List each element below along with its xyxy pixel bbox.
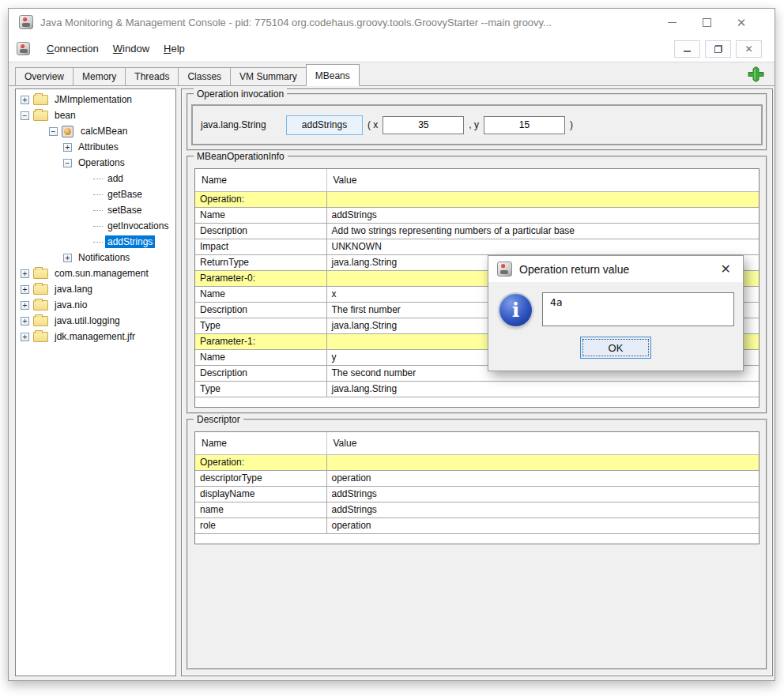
- maximize-icon[interactable]: [689, 10, 724, 34]
- expand-icon[interactable]: +: [21, 96, 29, 104]
- tree-item-attributes[interactable]: +Attributes: [16, 139, 175, 155]
- cell-name: displayName: [195, 486, 326, 502]
- column-header-name[interactable]: Name: [195, 169, 326, 191]
- operation-invocation-row: java.lang.String addStrings ( x , y ): [191, 104, 763, 145]
- tree-item-label: com.sun.management: [52, 267, 151, 280]
- tree-item-jdk-management-jfr[interactable]: +jdk.management.jfr: [16, 329, 175, 344]
- tree-item-jmimplementation[interactable]: +JMImplementation: [16, 92, 175, 107]
- cell-value: java.lang.String: [326, 381, 759, 397]
- cell-name: Parameter-1:: [195, 333, 326, 349]
- tree-connector: [93, 194, 103, 195]
- expand-icon[interactable]: +: [63, 254, 72, 262]
- folder-icon: [33, 300, 48, 310]
- tree-item-add[interactable]: add: [16, 171, 175, 186]
- column-header-name[interactable]: Name: [195, 432, 326, 454]
- folder-icon: [33, 111, 48, 121]
- table-row[interactable]: nameaddStrings: [195, 502, 759, 517]
- cell-name: Description: [195, 365, 326, 381]
- ok-button[interactable]: OK: [580, 337, 651, 359]
- descriptor-table: Name Value Operation:descriptorTypeopera…: [194, 431, 760, 544]
- cell-name: descriptorType: [195, 470, 326, 486]
- tree-item-java-util-logging[interactable]: +java.util.logging: [16, 313, 175, 329]
- tree-item-java-lang[interactable]: +java.lang: [16, 281, 175, 297]
- column-header-value[interactable]: Value: [326, 432, 759, 454]
- table-row[interactable]: displayNameaddStrings: [195, 486, 759, 502]
- dialog-close-icon[interactable]: ✕: [718, 262, 734, 277]
- cell-value: UNKNOWN: [326, 239, 759, 254]
- tree-item-label: Operations: [76, 156, 127, 169]
- collapse-icon[interactable]: −: [21, 111, 29, 120]
- close-icon[interactable]: ✕: [724, 10, 759, 34]
- expand-icon[interactable]: +: [21, 285, 29, 294]
- tab-overview[interactable]: Overview: [15, 67, 74, 85]
- tree-connector: [93, 179, 103, 179]
- tree-item-label: java.util.logging: [52, 314, 122, 327]
- cell-name: name: [195, 502, 326, 517]
- frame-minimize-icon[interactable]: [674, 40, 700, 58]
- minimize-icon[interactable]: [654, 10, 689, 34]
- param-x-input[interactable]: [383, 116, 464, 134]
- expand-icon[interactable]: +: [21, 333, 29, 341]
- tree-item-addstrings[interactable]: addStrings: [16, 234, 175, 250]
- cell-name: Impact: [195, 239, 326, 254]
- tree-item-com-sun-management[interactable]: +com.sun.management: [16, 265, 175, 281]
- tab-mbeans[interactable]: MBeans: [306, 64, 360, 86]
- tree-item-operations[interactable]: −Operations: [16, 155, 175, 171]
- cell-name: Name: [195, 207, 326, 223]
- cell-name: Type: [195, 381, 326, 397]
- tree-item-java-nio[interactable]: +java.nio: [16, 297, 175, 313]
- menu-window[interactable]: Window: [106, 40, 156, 58]
- group-title: MBeanOperationInfo: [194, 151, 288, 162]
- tree-item-label: calcMBean: [78, 125, 130, 137]
- tree-item-label: getInvocations: [105, 220, 171, 232]
- table-row[interactable]: NameaddStrings: [195, 207, 759, 223]
- tab-memory[interactable]: Memory: [73, 67, 126, 85]
- table-row[interactable]: Operation:: [195, 454, 759, 470]
- tree-item-label: Attributes: [76, 141, 121, 153]
- window-title: Java Monitoring & Management Console - p…: [40, 17, 654, 28]
- tree-item-getinvocations[interactable]: getInvocations: [16, 218, 175, 234]
- tree-item-bean[interactable]: −bean: [16, 107, 175, 123]
- cell-value: [326, 454, 759, 470]
- column-header-value[interactable]: Value: [326, 169, 759, 191]
- group-title: Descriptor: [194, 414, 243, 425]
- tree-item-setbase[interactable]: setBase: [16, 202, 175, 218]
- table-row[interactable]: Operation:: [195, 191, 759, 207]
- tab-classes[interactable]: Classes: [178, 67, 231, 85]
- cell-name: Operation:: [195, 191, 326, 207]
- internal-frame-controls: ✕: [674, 40, 762, 58]
- expand-icon[interactable]: +: [21, 269, 29, 278]
- folder-icon: [33, 269, 48, 279]
- expand-icon[interactable]: +: [21, 301, 29, 310]
- expand-icon[interactable]: +: [63, 143, 72, 152]
- addstrings-invoke-button[interactable]: addStrings: [286, 115, 363, 135]
- table-row[interactable]: roleoperation: [195, 517, 759, 533]
- tab-vm-summary[interactable]: VM Summary: [230, 67, 307, 85]
- tree-connector: [93, 242, 103, 243]
- frame-close-icon[interactable]: ✕: [736, 40, 762, 58]
- tree-item-calcmbean[interactable]: −calcMBean: [16, 123, 175, 139]
- return-value-field[interactable]: 4a: [542, 292, 734, 326]
- frame-restore-icon[interactable]: [705, 40, 731, 58]
- table-row[interactable]: Typejava.lang.String: [195, 381, 759, 397]
- param-y-input[interactable]: [484, 116, 565, 134]
- cell-value: addStrings: [326, 486, 759, 502]
- tree-item-label: java.nio: [52, 299, 89, 311]
- menu-bar-items: ConnectionWindowHelp: [40, 40, 192, 58]
- cell-name: role: [195, 517, 326, 533]
- expand-icon[interactable]: +: [21, 317, 29, 326]
- return-type-label: java.lang.String: [201, 119, 278, 130]
- group-title: Operation invocation: [194, 88, 287, 100]
- table-row[interactable]: ImpactUNKNOWN: [195, 239, 759, 254]
- tree-item-getbase[interactable]: getBase: [16, 186, 175, 202]
- collapse-icon[interactable]: −: [63, 159, 72, 167]
- folder-icon: [33, 316, 48, 326]
- tree-item-notifications[interactable]: +Notifications: [16, 250, 175, 265]
- table-row[interactable]: DescriptionAdd two strings representing …: [195, 223, 759, 239]
- menu-connection[interactable]: Connection: [40, 40, 106, 58]
- collapse-icon[interactable]: −: [49, 127, 58, 136]
- menu-bar: ConnectionWindowHelp ✕: [9, 36, 775, 62]
- menu-help[interactable]: Help: [156, 40, 192, 58]
- table-row[interactable]: descriptorTypeoperation: [195, 470, 759, 486]
- tab-threads[interactable]: Threads: [125, 67, 179, 85]
